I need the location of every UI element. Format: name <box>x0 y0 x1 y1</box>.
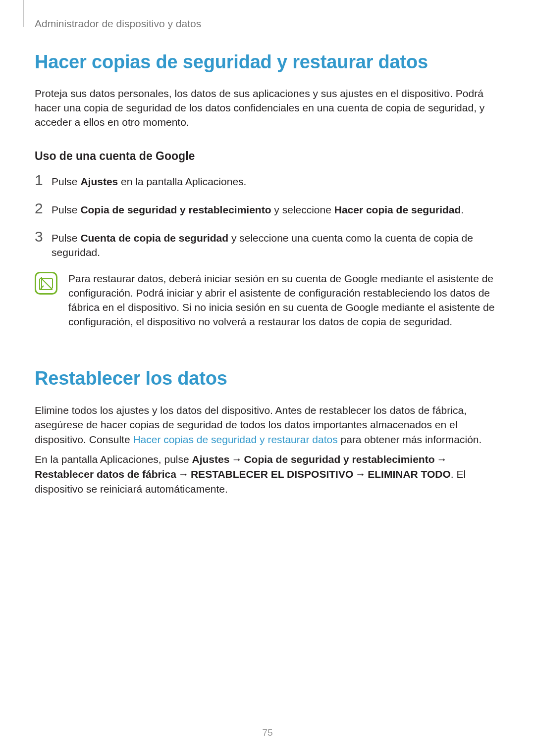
arrow-icon: → <box>353 467 368 482</box>
step-number: 3 <box>35 229 52 260</box>
reset-paragraph-2: En la pantalla Aplicaciones, pulse Ajust… <box>35 452 503 496</box>
step-item: 1 Pulse Ajustes en la pantalla Aplicacio… <box>35 173 503 189</box>
heading-reset-data: Restablecer los datos <box>35 368 503 389</box>
arrow-icon: → <box>229 452 244 467</box>
intro-paragraph: Proteja sus datos personales, los datos … <box>35 87 503 130</box>
step-list: 1 Pulse Ajustes en la pantalla Aplicacio… <box>35 173 503 260</box>
header-rule <box>23 0 24 27</box>
bold: Hacer copia de seguridad <box>334 204 461 215</box>
bold: Copia de seguridad y restablecimiento <box>80 204 271 215</box>
step-number: 2 <box>35 201 52 217</box>
reset-block: Elimine todos los ajustes y los datos de… <box>35 403 503 497</box>
step-number: 1 <box>35 173 52 189</box>
text: . <box>461 204 464 215</box>
page-number: 75 <box>0 727 535 738</box>
text: y seleccione <box>271 204 334 215</box>
page: Administrador de dispositivo y datos Hac… <box>0 0 535 756</box>
step-item: 2 Pulse Copia de seguridad y restablecim… <box>35 201 503 217</box>
heading-backup-restore: Hacer copias de seguridad y restaurar da… <box>35 51 503 73</box>
running-header: Administrador de dispositivo y datos <box>35 18 201 30</box>
bold: ELIMINAR TODO <box>368 468 451 480</box>
note-icon <box>35 272 57 295</box>
arrow-icon: → <box>176 467 191 482</box>
note-block: Para restaurar datos, deberá iniciar ses… <box>35 272 503 329</box>
reset-paragraph-1: Elimine todos los ajustes y los datos de… <box>35 403 503 447</box>
note-text: Para restaurar datos, deberá iniciar ses… <box>68 272 503 329</box>
text: Pulse <box>52 204 80 215</box>
content-area: Hacer copias de seguridad y restaurar da… <box>35 51 503 497</box>
bold: Restablecer datos de fábrica <box>35 468 176 480</box>
bold: Copia de seguridad y restablecimiento <box>244 454 434 465</box>
arrow-icon: → <box>435 452 449 467</box>
bold: Cuenta de copia de seguridad <box>80 232 228 244</box>
bold: RESTABLECER EL DISPOSITIVO <box>191 468 353 480</box>
bold: Ajustes <box>192 454 230 465</box>
step-text: Pulse Copia de seguridad y restablecimie… <box>52 201 464 217</box>
text: Pulse <box>52 176 80 187</box>
text: en la pantalla Aplicaciones. <box>118 176 246 187</box>
text: En la pantalla Aplicaciones, pulse <box>35 454 192 465</box>
bold: Ajustes <box>80 176 118 187</box>
subheading-google-account: Uso de una cuenta de Google <box>35 150 503 163</box>
step-text: Pulse Ajustes en la pantalla Aplicacione… <box>52 173 246 189</box>
step-text: Pulse Cuenta de copia de seguridad y sel… <box>52 229 503 260</box>
text: para obtener más información. <box>338 434 482 445</box>
step-item: 3 Pulse Cuenta de copia de seguridad y s… <box>35 229 503 260</box>
text: Pulse <box>52 232 80 244</box>
link-backup-section[interactable]: Hacer copias de seguridad y restaurar da… <box>133 434 337 445</box>
